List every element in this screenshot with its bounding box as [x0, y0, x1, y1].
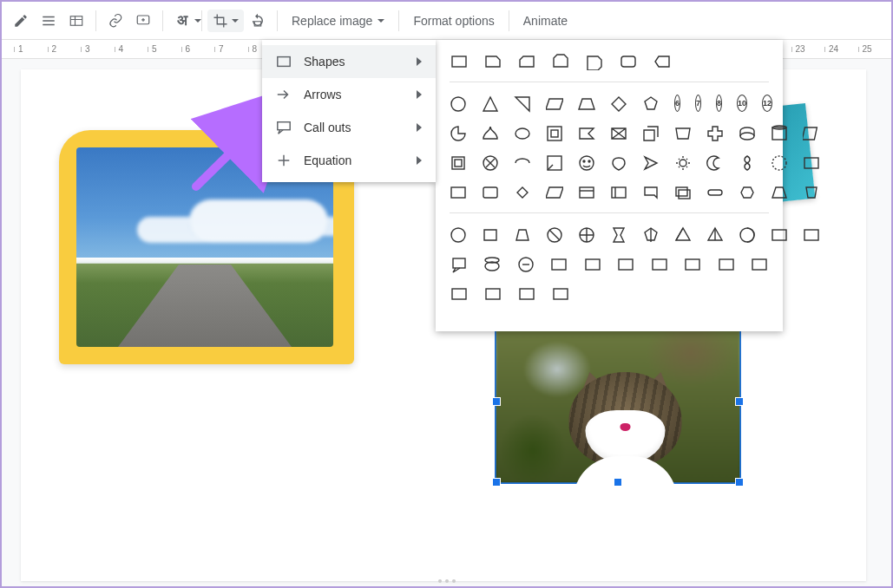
shape-option-icon[interactable] [674, 225, 692, 245]
shape-option-icon[interactable] [450, 95, 467, 114]
shape-option-icon[interactable] [706, 225, 724, 245]
shape-option-icon[interactable] [516, 255, 535, 274]
shape-option-icon[interactable] [482, 225, 499, 245]
shape-option-icon[interactable] [578, 124, 595, 143]
shape-option-icon[interactable] [642, 124, 660, 143]
menu-item-callouts[interactable]: Call outs [262, 111, 436, 144]
shape-option-icon[interactable] [706, 124, 724, 143]
selected-cat-image[interactable] [496, 321, 739, 482]
menu-item-arrows[interactable]: Arrows [262, 78, 436, 111]
shape-polygon-6-icon[interactable]: 6 [674, 95, 680, 112]
shape-option-icon[interactable] [610, 183, 627, 202]
shape-option-icon[interactable] [578, 183, 595, 202]
shape-option-icon[interactable] [482, 124, 499, 143]
shape-option-icon[interactable] [739, 225, 756, 245]
resize-handle-bm[interactable] [614, 478, 622, 487]
resize-handle-br[interactable] [735, 478, 744, 487]
shape-option-icon[interactable] [803, 225, 820, 245]
shape-option-icon[interactable] [706, 154, 724, 173]
shape-option-icon[interactable] [650, 255, 669, 274]
shape-option-icon[interactable] [617, 255, 636, 274]
shape-option-icon[interactable] [739, 124, 756, 143]
link-icon[interactable] [102, 7, 129, 35]
shape-option-icon[interactable] [706, 183, 724, 202]
shape-option-icon[interactable] [546, 124, 563, 143]
panel-drag-handle[interactable] [438, 579, 456, 583]
shape-polygon-10-icon[interactable]: 10 [737, 95, 747, 112]
shape-option-icon[interactable] [642, 95, 660, 114]
shape-option-icon[interactable] [450, 183, 467, 202]
shape-option-icon[interactable] [546, 225, 563, 245]
shape-option-icon[interactable] [717, 255, 736, 274]
shape-option-icon[interactable] [642, 225, 660, 245]
shape-option-icon[interactable] [610, 225, 627, 245]
shape-option-icon[interactable] [674, 154, 692, 173]
format-options-button[interactable]: Format options [404, 9, 502, 33]
shape-option-icon[interactable] [482, 95, 499, 114]
shape-option-icon[interactable] [585, 52, 604, 71]
shape-option-icon[interactable] [450, 124, 467, 143]
resize-handle-mr[interactable] [735, 397, 744, 406]
shape-option-icon[interactable] [517, 52, 536, 71]
shape-option-icon[interactable] [514, 95, 531, 114]
shape-option-icon[interactable] [551, 284, 570, 304]
shape-option-icon[interactable] [450, 52, 469, 71]
shape-option-icon[interactable] [514, 124, 531, 143]
replace-image-button[interactable]: Replace image [283, 9, 393, 33]
shape-option-icon[interactable] [771, 154, 788, 173]
shape-option-icon[interactable] [578, 154, 595, 173]
table-icon[interactable] [62, 7, 90, 35]
shape-option-icon[interactable] [610, 95, 627, 114]
translate-icon[interactable]: अ [168, 7, 196, 35]
shape-option-icon[interactable] [642, 154, 660, 173]
shape-option-icon[interactable] [551, 52, 570, 71]
shape-option-icon[interactable] [674, 124, 692, 143]
shape-option-icon[interactable] [483, 52, 502, 71]
shape-option-icon[interactable] [546, 95, 563, 114]
shape-option-icon[interactable] [642, 183, 660, 202]
shape-option-icon[interactable] [771, 124, 788, 143]
resize-handle-bl[interactable] [492, 478, 501, 487]
shape-option-icon[interactable] [674, 183, 692, 202]
shape-option-icon[interactable] [550, 255, 569, 274]
shape-option-icon[interactable] [514, 183, 531, 202]
shape-option-icon[interactable] [684, 255, 703, 274]
menu-item-shapes[interactable]: Shapes [262, 45, 436, 78]
shape-option-icon[interactable] [771, 225, 788, 245]
shape-option-icon[interactable] [483, 284, 502, 304]
shape-option-icon[interactable] [751, 255, 770, 274]
shape-option-icon[interactable] [578, 95, 595, 114]
comment-icon[interactable] [129, 7, 157, 35]
shape-option-icon[interactable] [450, 154, 467, 173]
edit-tool[interactable] [7, 7, 35, 35]
shape-option-icon[interactable] [546, 154, 563, 173]
shape-option-icon[interactable] [771, 183, 788, 202]
shape-option-icon[interactable] [482, 183, 499, 202]
crop-mask-button[interactable] [207, 10, 244, 32]
shape-option-icon[interactable] [610, 124, 627, 143]
shape-option-icon[interactable] [583, 255, 602, 274]
shape-option-icon[interactable] [450, 225, 467, 245]
list-lines-icon[interactable] [35, 7, 62, 35]
shape-option-icon[interactable] [610, 154, 627, 173]
shape-option-icon[interactable] [803, 124, 820, 143]
shape-polygon-8-icon[interactable]: 8 [716, 95, 722, 112]
shape-option-icon[interactable] [739, 154, 756, 173]
shape-polygon-12-icon[interactable]: 12 [762, 95, 772, 112]
shape-option-icon[interactable] [619, 52, 638, 71]
shape-option-icon[interactable] [517, 284, 536, 304]
shape-option-icon[interactable] [514, 154, 531, 173]
shape-polygon-7-icon[interactable]: 7 [695, 95, 701, 112]
shape-option-icon[interactable] [483, 255, 502, 274]
shape-option-icon[interactable] [578, 225, 595, 245]
shape-option-icon[interactable] [653, 52, 672, 71]
resize-handle-ml[interactable] [492, 397, 501, 406]
reset-image-icon[interactable] [244, 7, 272, 35]
shape-option-icon[interactable] [450, 255, 469, 274]
shape-option-icon[interactable] [482, 154, 499, 173]
shape-option-icon[interactable] [450, 284, 469, 304]
shape-option-icon[interactable] [803, 154, 820, 173]
shape-option-icon[interactable] [514, 225, 531, 245]
shape-option-icon[interactable] [739, 183, 756, 202]
menu-item-equation[interactable]: Equation [262, 144, 436, 177]
